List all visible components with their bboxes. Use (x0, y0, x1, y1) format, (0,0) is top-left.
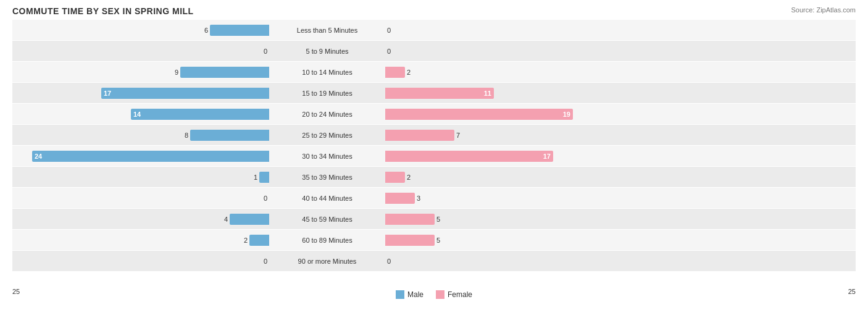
female-value: 2 (407, 174, 419, 181)
male-bar (230, 214, 269, 225)
female-value: 0 (387, 48, 399, 55)
left-section: 6 (12, 20, 272, 40)
female-value-on: 19 (561, 111, 573, 118)
left-section: 14 (12, 104, 272, 124)
table-row: 0 5 to 9 Minutes 0 (12, 41, 856, 61)
right-section: 11 (383, 83, 642, 103)
left-section: 8 (12, 125, 272, 145)
axis-bottom: 25 Male Female 25 (12, 285, 856, 299)
female-value: 0 (387, 27, 399, 34)
female-value: 2 (407, 69, 419, 76)
axis-left-label: 25 (12, 288, 20, 299)
male-bar (180, 67, 269, 78)
female-bar (385, 67, 405, 78)
right-section: 5 (383, 230, 642, 250)
female-value: 0 (387, 258, 399, 265)
row-label: 90 or more Minutes (272, 258, 383, 265)
female-bar: 19 (385, 109, 573, 120)
male-bar (210, 25, 269, 36)
right-section: 7 (383, 125, 642, 145)
table-row: 0 40 to 44 Minutes 3 (12, 188, 856, 208)
male-legend-label: Male (407, 290, 424, 299)
legend: Male Female (396, 290, 472, 299)
row-label: 25 to 29 Minutes (272, 132, 383, 139)
female-bar (385, 172, 405, 183)
male-value: 1 (245, 174, 257, 181)
source-label: Source: ZipAtlas.com (791, 6, 856, 14)
male-value: 0 (255, 258, 267, 265)
right-section: 19 (383, 104, 642, 124)
table-row: 8 25 to 29 Minutes 7 (12, 125, 856, 145)
left-section: 4 (12, 209, 272, 229)
female-bar (385, 235, 435, 246)
male-bar: 24 (32, 151, 269, 162)
female-bar: 17 (385, 151, 553, 162)
table-row: 24 30 to 34 Minutes 17 (12, 146, 856, 166)
right-section: 2 (383, 167, 642, 187)
row-label: 40 to 44 Minutes (272, 195, 383, 202)
male-value: 6 (196, 27, 208, 34)
male-value-on: 24 (32, 153, 44, 160)
left-section: 0 (12, 188, 272, 208)
female-value: 5 (436, 237, 449, 244)
male-bar (190, 130, 269, 141)
male-value: 0 (255, 48, 267, 55)
female-legend-label: Female (448, 290, 472, 299)
male-color-box (396, 290, 404, 299)
row-label: 60 to 89 Minutes (272, 237, 383, 244)
left-section: 0 (12, 41, 272, 61)
table-row: 17 15 to 19 Minutes 11 (12, 83, 856, 103)
female-value: 5 (436, 216, 449, 223)
male-value: 4 (215, 216, 228, 223)
right-section: 3 (383, 188, 642, 208)
female-bar (385, 214, 435, 225)
female-bar (385, 130, 454, 141)
left-section: 0 (12, 251, 272, 271)
male-value-on: 17 (101, 90, 114, 97)
table-row: 14 20 to 24 Minutes 19 (12, 104, 856, 124)
left-section: 2 (12, 230, 272, 250)
table-row: 0 90 or more Minutes 0 (12, 251, 856, 271)
male-value: 8 (176, 132, 188, 139)
table-row: 9 10 to 14 Minutes 2 (12, 62, 856, 82)
axis-right-label: 25 (848, 288, 856, 299)
row-label: 20 to 24 Minutes (272, 111, 383, 118)
legend-female: Female (436, 290, 472, 299)
female-value: 3 (417, 195, 429, 202)
table-row: 6 Less than 5 Minutes 0 (12, 20, 856, 40)
female-bar: 11 (385, 88, 494, 99)
right-section: 0 (383, 41, 642, 61)
male-value: 0 (255, 195, 267, 202)
male-value: 2 (235, 237, 248, 244)
right-section: 2 (383, 62, 642, 82)
row-label: Less than 5 Minutes (272, 27, 383, 34)
row-label: 10 to 14 Minutes (272, 69, 383, 76)
left-section: 9 (12, 62, 272, 82)
right-section: 5 (383, 209, 642, 229)
table-row: 1 35 to 39 Minutes 2 (12, 167, 856, 187)
female-color-box (436, 290, 444, 299)
row-label: 30 to 34 Minutes (272, 153, 383, 160)
male-bar (259, 172, 269, 183)
chart-area: 6 Less than 5 Minutes 0 0 5 to 9 Minutes (12, 20, 856, 285)
row-label: 35 to 39 Minutes (272, 174, 383, 181)
left-section: 17 (12, 83, 272, 103)
table-row: 4 45 to 59 Minutes 5 (12, 209, 856, 229)
row-label: 5 to 9 Minutes (272, 48, 383, 55)
left-section: 1 (12, 167, 272, 187)
left-section: 24 (12, 146, 272, 166)
female-value-on: 11 (482, 90, 494, 97)
female-bar (385, 193, 415, 204)
table-row: 2 60 to 89 Minutes 5 (12, 230, 856, 250)
right-section: 0 (383, 251, 642, 271)
row-label: 15 to 19 Minutes (272, 90, 383, 97)
male-bar: 17 (101, 88, 269, 99)
legend-male: Male (396, 290, 424, 299)
male-value: 9 (166, 69, 178, 76)
right-section: 17 (383, 146, 642, 166)
female-value-on: 17 (541, 153, 553, 160)
male-bar: 14 (131, 109, 269, 120)
male-value-on: 14 (131, 111, 143, 118)
female-value: 7 (456, 132, 469, 139)
chart-container: COMMUTE TIME BY SEX IN SPRING MILL Sourc… (0, 0, 868, 323)
